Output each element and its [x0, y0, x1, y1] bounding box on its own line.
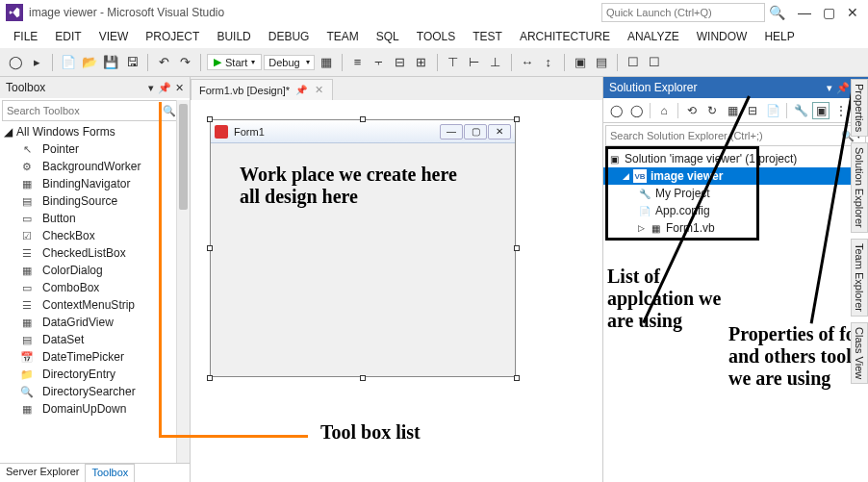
search-icon[interactable]: 🔍 [163, 105, 176, 117]
gear-icon: ⚙ [19, 160, 35, 173]
save-all-icon[interactable]: 🖫 [122, 53, 141, 72]
align-icon-3[interactable]: ⊟ [391, 53, 410, 72]
align-icon-2[interactable]: ⫟ [370, 53, 389, 72]
tab-team-explorer[interactable]: Team Explorer [851, 239, 868, 317]
sol-pin-icon[interactable]: 📌 [836, 82, 850, 94]
maximize-icon[interactable]: ▢ [823, 5, 835, 20]
new-project-icon[interactable]: 📄 [59, 53, 78, 72]
nav-back-icon[interactable]: ◯ [6, 53, 25, 72]
menu-tools[interactable]: TOOLS [409, 28, 463, 45]
quick-launch-input[interactable] [601, 3, 765, 22]
menu-team[interactable]: TEAM [319, 28, 366, 45]
size-icon-2[interactable]: ▤ [592, 53, 611, 72]
tree-myproject[interactable]: 🔧 My Project [603, 185, 868, 202]
annotation-line [159, 435, 308, 438]
tab-server-explorer[interactable]: Server Explorer [0, 464, 85, 482]
doc-close-icon[interactable]: ✕ [313, 84, 324, 96]
toolbox-pin-icon[interactable]: 📌 [158, 82, 171, 94]
menu-build[interactable]: BUILD [209, 28, 258, 45]
resize-handle[interactable] [514, 116, 520, 122]
nav-fwd-icon[interactable]: ▸ [27, 53, 46, 72]
spacing-icon-2[interactable]: ↕ [539, 53, 558, 72]
resize-handle[interactable] [514, 245, 520, 251]
sol-fwd-icon[interactable]: ◯ [627, 102, 645, 119]
resize-handle[interactable] [360, 116, 366, 122]
toolbox-dropdown-icon[interactable]: ▾ [148, 82, 154, 94]
source-icon: ▤ [19, 194, 35, 208]
tab-toolbox[interactable]: Toolbox [85, 464, 135, 482]
form1-max-icon[interactable]: ▢ [464, 124, 487, 140]
main-toolbar: ◯ ▸ 📄 📂 💾 🖫 ↶ ↷ ▶ Start ▾ Debug ▾ ▦ ≡ ⫟ … [0, 48, 868, 77]
start-button[interactable]: ▶ Start ▾ [207, 54, 262, 70]
sol-dropdown-icon[interactable]: ▾ [827, 82, 832, 94]
order-icon-1[interactable]: ☐ [624, 53, 643, 72]
toolbar-icon-1[interactable]: ▦ [317, 53, 336, 72]
open-icon[interactable]: 📂 [80, 53, 99, 72]
menu-debug[interactable]: DEBUG [261, 28, 318, 45]
form1-min-icon[interactable]: — [440, 124, 463, 140]
sol-back-icon[interactable]: ◯ [607, 102, 625, 119]
menu-file[interactable]: FILE [6, 28, 45, 45]
sol-sync-icon[interactable]: ⟲ [683, 102, 701, 119]
close-icon[interactable]: ✕ [847, 5, 858, 20]
menu-project[interactable]: PROJECT [138, 28, 207, 45]
solution-search-input[interactable] [610, 130, 841, 141]
align-middle-icon[interactable]: ⊢ [465, 53, 484, 72]
resize-handle[interactable] [207, 116, 213, 122]
quick-launch-search-icon[interactable]: 🔍 [769, 5, 782, 20]
menu-help[interactable]: HELP [756, 28, 802, 45]
expand-icon: ▷ [638, 223, 645, 233]
align-bottom-icon[interactable]: ⊥ [486, 53, 505, 72]
quick-launch-field[interactable] [606, 7, 760, 18]
config-dropdown[interactable]: Debug ▾ [264, 55, 314, 70]
tab-class-view[interactable]: Class View [851, 322, 868, 384]
form1-window[interactable]: Form1 — ▢ ✕ Work place we create here al… [210, 119, 516, 377]
doc-tab-label: Form1.vb [Design]* [199, 85, 290, 96]
menu-view[interactable]: VIEW [91, 28, 137, 45]
resize-handle[interactable] [207, 375, 213, 381]
toolbox-close-icon[interactable]: ✕ [175, 82, 184, 94]
menu-sql[interactable]: SQL [369, 28, 407, 45]
scrollbar-thumb[interactable] [179, 104, 188, 210]
undo-icon[interactable]: ↶ [154, 53, 173, 72]
menu-architecture[interactable]: ARCHITECTURE [512, 28, 618, 45]
annotation-toolbox-list: Tool box list [320, 421, 421, 444]
menu-analyze[interactable]: ANALYZE [620, 28, 687, 45]
tab-solution-explorer[interactable]: Solution Explorer [851, 142, 868, 233]
menu-test[interactable]: TEST [465, 28, 510, 45]
pin-icon[interactable]: 📌 [295, 85, 307, 95]
spacing-icon-1[interactable]: ↔ [518, 53, 537, 72]
form1-icon [215, 125, 228, 139]
minimize-icon[interactable]: — [798, 5, 811, 20]
form-icon: ▦ [649, 221, 662, 235]
align-icon-1[interactable]: ≡ [348, 53, 368, 72]
form1-close-icon[interactable]: ✕ [488, 124, 511, 140]
toolbox-search-input[interactable] [7, 105, 163, 116]
sol-home-icon[interactable]: ⌂ [655, 102, 673, 119]
checkedlist-icon: ☰ [19, 246, 35, 260]
sol-wrench-icon[interactable]: 🔧 [792, 102, 809, 119]
toolbox-scrollbar[interactable] [176, 100, 190, 463]
tree-solution-root[interactable]: ▣ Solution 'image viewer' (1 project) [603, 150, 868, 167]
wrench-icon: 🔧 [638, 187, 651, 200]
combo-icon: ▭ [19, 281, 35, 294]
form1-title: Form1 [234, 126, 265, 138]
save-icon[interactable]: 💾 [101, 53, 120, 72]
align-icon-4[interactable]: ⊞ [412, 53, 431, 72]
resize-handle[interactable] [207, 245, 213, 251]
menu-window[interactable]: WINDOW [689, 28, 755, 45]
tab-properties[interactable]: Properties [851, 79, 868, 137]
resize-handle[interactable] [360, 375, 366, 381]
align-top-icon[interactable]: ⊤ [444, 53, 463, 72]
redo-icon[interactable]: ↷ [175, 53, 194, 72]
sol-props-icon[interactable]: 📄 [764, 102, 781, 119]
sol-refresh-icon[interactable]: ↻ [703, 102, 721, 119]
size-icon-1[interactable]: ▣ [571, 53, 590, 72]
order-icon-2[interactable]: ☐ [645, 53, 664, 72]
resize-handle[interactable] [514, 375, 520, 381]
config-label: Debug [268, 57, 299, 68]
menu-edit[interactable]: EDIT [47, 28, 89, 45]
doc-tab-form1[interactable]: Form1.vb [Design]* 📌 ✕ [191, 79, 333, 100]
sol-preview-icon[interactable]: ▣ [812, 102, 830, 119]
tree-project[interactable]: ◢ VB image viewer [603, 167, 868, 185]
